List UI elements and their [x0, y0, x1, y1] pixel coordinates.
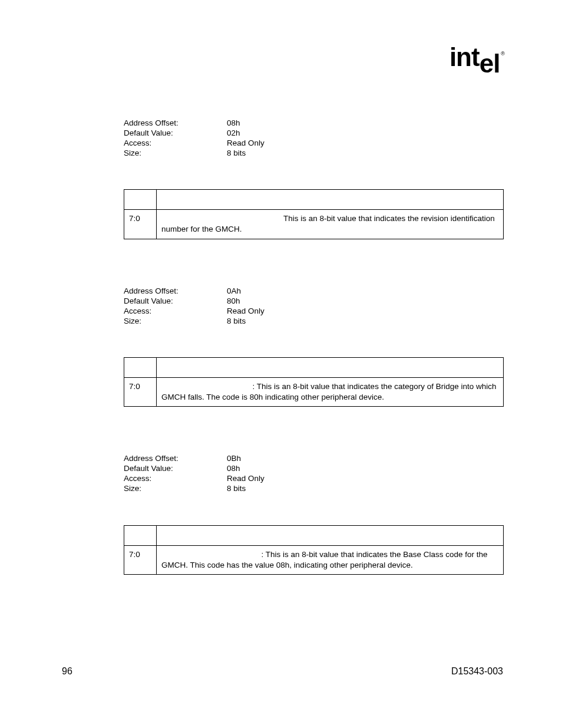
kv-row: Default Value:80h: [124, 297, 504, 305]
desc-text: : This is an 8-bit value that indicates …: [253, 382, 497, 391]
kv-value: 8 bits: [227, 149, 246, 157]
kv-key: Access:: [124, 307, 227, 315]
kv-value: 80h: [227, 297, 240, 305]
field-name: Base Class Code (BASEC): [161, 550, 262, 559]
kv-row: Access:Read Only: [124, 139, 504, 147]
kv-row: Address Offset:08h: [124, 118, 504, 127]
desc-text: GMCH falls. The code is 80h indicating o…: [161, 393, 384, 401]
kv-value: 08h: [227, 118, 240, 127]
field-name: Revision Identification Number:: [161, 214, 283, 223]
kv-key: Address Offset:: [124, 454, 227, 463]
kv-key: Access:: [124, 139, 227, 147]
kv-row: Size:8 bits: [124, 317, 504, 325]
kv-value: Read Only: [227, 139, 265, 147]
kv-row: Access:Read Only: [124, 307, 504, 315]
desc-text: : This is an 8-bit value that indicates …: [262, 550, 488, 559]
kv-key: Access:: [124, 474, 227, 483]
kv-key: Default Value:: [124, 129, 227, 137]
th-bit: Bit: [124, 357, 157, 377]
register-table-bcc: Bit Description 7:0 Base Class Code (BAS…: [124, 525, 504, 575]
kv-row: Access:Read Only: [124, 474, 504, 483]
th-description: Description: [157, 525, 504, 545]
table-row: 7:0 Revision Identification Number: This…: [124, 210, 504, 239]
section-heading-bcc: 4.2.5 BCC — Base Class Code: [124, 433, 504, 443]
desc-text: GMCH. This code has the value 08h, indic…: [161, 561, 413, 569]
table-header-row: Bit Description: [124, 525, 504, 545]
th-description: Description: [157, 357, 504, 377]
document-number: D15343-003: [451, 666, 503, 677]
section-heading-subc: 4.2.4 SUBC — Sub Class Code: [124, 265, 504, 276]
kv-key: Address Offset:: [124, 118, 227, 127]
kv-key: Default Value:: [124, 464, 227, 473]
td-bit: 7:0: [124, 210, 157, 239]
kv-value: 8 bits: [227, 317, 246, 325]
th-bit: Bit: [124, 525, 157, 545]
kv-block: Address Offset:0Bh Default Value:08h Acc…: [124, 454, 504, 493]
section-paragraph: This register contains the Sub-Class Cod…: [124, 338, 504, 349]
page-number: 96: [62, 666, 72, 677]
kv-value: 0Ah: [227, 286, 241, 295]
td-description: Sub-Class Code (SUBC): This is an 8-bit …: [157, 377, 504, 406]
register-table-subc: Bit Description 7:0 Sub-Class Code (SUBC…: [124, 357, 504, 407]
running-header: Register Description: [62, 35, 141, 45]
register-table-rid: Bit Description 7:0 Revision Identificat…: [124, 189, 504, 239]
section-paragraph: This register contains the revision numb…: [124, 170, 504, 181]
th-bit: Bit: [124, 190, 157, 210]
field-name: Sub-Class Code (SUBC): [161, 382, 253, 391]
td-description: Revision Identification Number: This is …: [157, 210, 504, 239]
kv-value: Read Only: [227, 307, 265, 315]
td-description: Base Class Code (BASEC): This is an 8-bi…: [157, 545, 504, 574]
logo-registered: ®: [501, 51, 504, 57]
kv-row: Address Offset:0Ah: [124, 286, 504, 295]
page-content: 4.2.3 RID — Revision Identification Addr…: [124, 97, 504, 601]
kv-key: Address Offset:: [124, 286, 227, 295]
kv-key: Default Value:: [124, 297, 227, 305]
intel-logo: intel®: [449, 42, 503, 72]
kv-row: Default Value:02h: [124, 129, 504, 137]
kv-block: Address Offset:0Ah Default Value:80h Acc…: [124, 286, 504, 325]
kv-value: 08h: [227, 464, 240, 473]
kv-key: Size:: [124, 149, 227, 157]
td-bit: 7:0: [124, 377, 157, 406]
section-paragraph: This register contains the Base Class Co…: [124, 506, 504, 516]
kv-row: Address Offset:0Bh: [124, 454, 504, 463]
table-row: 7:0 Base Class Code (BASEC): This is an …: [124, 545, 504, 574]
section-heading-rid: 4.2.3 RID — Revision Identification: [124, 97, 504, 108]
kv-block: Address Offset:08h Default Value:02h Acc…: [124, 118, 504, 157]
td-bit: 7:0: [124, 545, 157, 574]
kv-value: 8 bits: [227, 484, 246, 493]
th-description: Description: [157, 190, 504, 210]
logo-part2: el: [480, 49, 500, 78]
page-footer: 96 D15343-003: [62, 666, 503, 677]
kv-row: Default Value:08h: [124, 464, 504, 473]
kv-value: 02h: [227, 129, 240, 137]
kv-row: Size:8 bits: [124, 484, 504, 493]
table-header-row: Bit Description: [124, 357, 504, 377]
kv-value: 0Bh: [227, 454, 241, 463]
table-row: 7:0 Sub-Class Code (SUBC): This is an 8-…: [124, 377, 504, 406]
kv-key: Size:: [124, 484, 227, 493]
kv-value: Read Only: [227, 474, 265, 483]
logo-part1: int: [449, 42, 480, 71]
desc-text: This is an 8-bit value that indicates th…: [283, 214, 448, 223]
kv-row: Size:8 bits: [124, 149, 504, 157]
table-header-row: Bit Description: [124, 190, 504, 210]
kv-key: Size:: [124, 317, 227, 325]
